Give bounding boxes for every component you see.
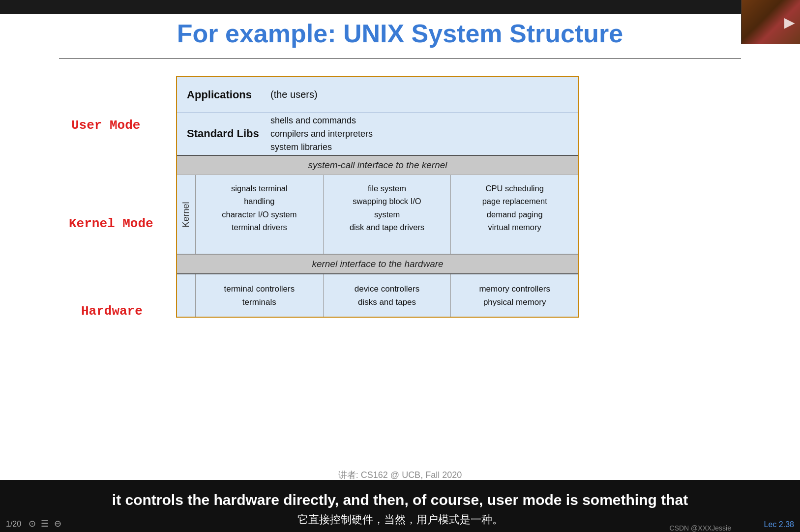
subtitle-chinese: 它直接控制硬件，当然，用户模式是一种。 [297,512,503,527]
kernel-label: Kernel [181,202,191,227]
stdlibs-desc: shells and commands compilers and interp… [270,114,373,154]
kernel-content-row: Kernel signals terminalhandlingcharacter… [177,175,578,254]
control-icon-2[interactable]: ☰ [41,519,49,529]
hw-cell-memory: memory controllersphysical memory [451,274,578,317]
hardware-row: terminal controllersterminals device con… [177,274,578,317]
syscall-interface-row: system-call interface to the kernel [177,156,578,175]
applications-desc: (the users) [270,89,318,100]
subtitle-english: it controls the hardware directly, and t… [112,490,688,510]
lec-indicator: Lec 2.38 [764,520,794,529]
control-icon-3[interactable]: ⊖ [54,519,61,529]
stdlibs-row: Standard Libs shells and commands compil… [177,113,578,156]
kernel-label-col: Kernel [177,175,196,254]
hardware-label: Hardware [81,304,143,319]
page-indicator: 1/20 ⊙ ☰ ⊖ [6,518,61,529]
kernel-cells: signals terminalhandlingcharacter I/O sy… [196,175,578,254]
hw-spacer [177,274,196,317]
applications-label: Applications [187,89,270,101]
top-bar [0,0,800,14]
kernel-interface-row: kernel interface to the hardware [177,254,578,274]
hw-cells: terminal controllersterminals device con… [196,274,578,317]
kernel-cell-filesystem: file systemswapping block I/Osystemdisk … [324,175,451,254]
applications-row: Applications (the users) [177,77,578,113]
title-divider [59,58,741,59]
source-subtitle: 讲者: CS162 @ UCB, Fall 2020 [0,469,800,481]
unix-structure-diagram: Applications (the users) Standard Libs s… [176,76,579,318]
hw-cell-device: device controllersdisks and tapes [324,274,451,317]
kernel-mode-label: Kernel Mode [69,216,153,231]
kernel-cell-signals: signals terminalhandlingcharacter I/O sy… [196,175,324,254]
hw-cell-terminal: terminal controllersterminals [196,274,324,317]
slide-title: For example: UNIX System Structure [0,19,800,48]
csdn-watermark: CSDN @XXXJessie [670,524,731,532]
user-mode-label: User Mode [71,118,140,133]
kernel-cell-cpu: CPU schedulingpage replacementdemand pag… [451,175,578,254]
stdlibs-label: Standard Libs [187,127,270,140]
control-icon-1[interactable]: ⊙ [29,519,36,529]
